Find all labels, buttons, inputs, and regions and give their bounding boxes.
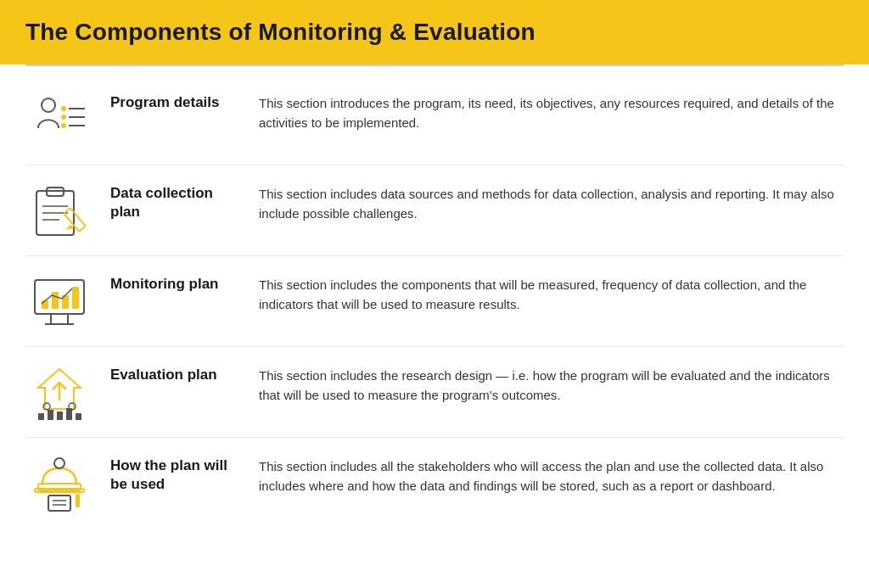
row-how-plan-used: How the plan will be used This section i… <box>25 438 844 528</box>
page-header: The Components of Monitoring & Evaluatio… <box>0 0 869 64</box>
svg-rect-24 <box>38 413 44 420</box>
plan-used-desc: This section includes all the stakeholde… <box>259 453 844 496</box>
svg-rect-19 <box>52 292 59 309</box>
evaluation-label: Evaluation plan <box>110 362 242 384</box>
svg-rect-34 <box>48 496 70 511</box>
row-monitoring-plan: Monitoring plan This section includes th… <box>25 256 844 347</box>
data-collection-desc: This section includes data sources and m… <box>259 181 844 224</box>
monitoring-label: Monitoring plan <box>110 272 242 294</box>
plan-used-icon-area <box>25 453 93 512</box>
evaluation-icon-area <box>25 362 93 422</box>
data-collection-icon-area <box>25 181 93 240</box>
svg-rect-37 <box>76 494 80 507</box>
data-collection-icon <box>30 181 89 240</box>
data-collection-label: Data collection plan <box>110 181 242 221</box>
program-details-desc: This section introduces the program, its… <box>259 90 844 133</box>
row-program-details: Program details This section introduces … <box>25 75 844 165</box>
evaluation-icon <box>30 362 89 422</box>
monitoring-desc: This section includes the components tha… <box>259 272 844 315</box>
program-details-label: Program details <box>110 90 242 112</box>
svg-rect-21 <box>72 287 79 309</box>
program-details-icon-area <box>25 90 93 149</box>
svg-point-5 <box>61 123 66 128</box>
monitoring-icon-area <box>25 272 93 331</box>
evaluation-desc: This section includes the research desig… <box>259 362 844 406</box>
svg-point-33 <box>54 458 64 468</box>
row-evaluation-plan: Evaluation plan This section includes th… <box>25 347 844 438</box>
plan-used-icon <box>30 453 89 512</box>
row-data-collection: Data collection plan This section includ… <box>25 165 844 256</box>
page-title: The Components of Monitoring & Evaluatio… <box>25 19 844 46</box>
main-content: Program details This section introduces … <box>0 66 869 536</box>
monitoring-icon <box>30 272 89 331</box>
svg-rect-25 <box>48 410 53 420</box>
svg-point-1 <box>61 106 66 111</box>
svg-point-3 <box>61 115 66 120</box>
svg-rect-28 <box>76 413 81 420</box>
svg-rect-26 <box>57 412 63 420</box>
svg-marker-13 <box>65 225 74 230</box>
person-details-icon <box>30 90 89 149</box>
svg-point-0 <box>42 98 55 112</box>
plan-used-label: How the plan will be used <box>110 453 242 494</box>
